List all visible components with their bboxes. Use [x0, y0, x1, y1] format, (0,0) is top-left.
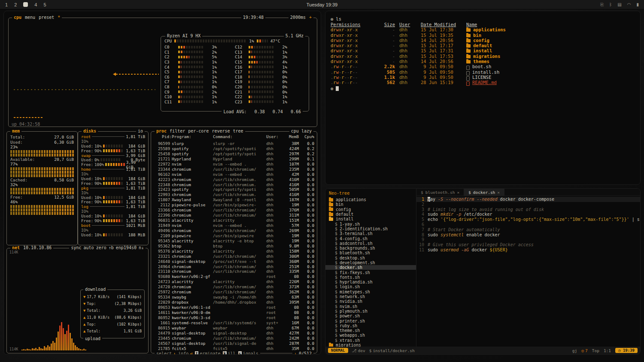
preset-button[interactable]: preset — [39, 15, 54, 20]
proc-control-tree[interactable]: tree — [233, 129, 243, 133]
proc-control-filter[interactable]: filter — [170, 129, 185, 133]
process-row[interactable]: 86952kworker/u96:3-sdroot0B0.0 — [153, 315, 315, 320]
bluetooth-icon[interactable]: ᛒ — [609, 2, 612, 7]
net-toggle-enp194s0[interactable]: enp194s0 — [116, 245, 137, 250]
process-row[interactable]: 22423spotify/opt/spotify/spotidhh505M0.0 — [153, 187, 315, 192]
process-row[interactable]: 25458spotify/opt/spotify/spotidhh297M0.2 — [153, 151, 315, 157]
process-row[interactable]: 96599slurpslurp -ordhh38M0.0 — [153, 141, 315, 146]
tray-expand-icon[interactable]: ⎘ — [600, 2, 604, 7]
net-toggle-auto[interactable]: auto — [84, 245, 94, 250]
tree-item-bin[interactable]: bin — [325, 202, 416, 207]
tree-item-theme.sh[interactable]: $theme.sh — [325, 328, 416, 333]
process-row[interactable]: 21807XwaylandXwayland :0 -rootldhh187M0.… — [153, 197, 315, 202]
proc-column-header[interactable]: Program: — [172, 134, 213, 139]
tree-item-2-identification.sh[interactable]: $2-identification.sh — [325, 226, 416, 231]
process-row[interactable]: 24479signal-desktopsignal-desktopdhh427M… — [153, 331, 315, 336]
process-row[interactable]: 21785fcitx5fcitx5dhh35M0.0 — [153, 346, 315, 351]
tab-close-icon[interactable]: × — [457, 190, 459, 195]
process-row[interactable]: 24640signal-desktop/proc/self/exe --tdhh… — [153, 259, 315, 264]
tree-item-network.sh[interactable]: $network.sh — [325, 294, 416, 299]
process-row[interactable]: 96031alacrittyalacrittydhh151M0.0 — [153, 218, 315, 223]
process-row[interactable]: 21721HyprlandHyprlanddhh299M0.1 — [153, 157, 315, 162]
workspace-4[interactable]: 4 — [34, 2, 37, 7]
tree-item-4-config.sh[interactable]: $4-config.sh — [325, 236, 416, 241]
tree-item-nvidia.sh[interactable]: $nvidia.sh — [325, 299, 416, 304]
process-row[interactable]: 24567signal-desktop/usr/lib/signal-dedhh… — [153, 341, 315, 346]
refresh-plus-button[interactable]: + — [309, 15, 312, 20]
tree-item-plymouth.sh[interactable]: $plymouth.sh — [325, 309, 416, 314]
tree-item-nvim.sh[interactable]: $nvim.sh — [325, 304, 416, 309]
tree-item-asdcontrol.sh[interactable]: $asdcontrol.sh — [325, 241, 416, 246]
tree-item-applications[interactable]: applications — [325, 197, 416, 202]
process-row[interactable]: 24723alacrittyalacrittydhh226M0.0 — [153, 279, 315, 284]
pause-toggle[interactable]: * — [58, 15, 60, 20]
io-toggle[interactable]: io — [138, 129, 143, 133]
tab-docker.sh[interactable]: $docker.sh× — [464, 189, 504, 196]
proc-key-s[interactable]: signals — [238, 351, 258, 355]
tree-item-webapps.sh[interactable]: $webapps.sh — [325, 333, 416, 338]
process-row[interactable]: 2112pipewire-pulse/usr/bin/pipewire-dhh1… — [153, 202, 315, 208]
process-row[interactable]: 24720chromium/usr/lib/chromium/dhh371M0.… — [153, 284, 315, 290]
process-row[interactable]: 1661systemd-resolve/usr/lib/systemd/ssys… — [153, 320, 315, 326]
net-toggle-n[interactable]: n↓ — [139, 245, 144, 250]
workspace-5[interactable]: 5 — [43, 2, 46, 7]
process-row[interactable]: 31949nvimnvim --embed .dhh57M0.0 — [153, 223, 315, 228]
tree-item-3-terminal.sh[interactable]: $3-terminal.sh — [325, 231, 416, 236]
tree-item-install[interactable]: install — [325, 217, 416, 221]
process-row[interactable]: 22993chromium/usr/lib/chromium.dhh416M0.… — [153, 192, 315, 197]
proc-sort-label[interactable]: cpu lazy — [291, 129, 312, 133]
process-row[interactable]: 25589spotify/opt/spotify/spotidhh424M0.2 — [153, 146, 315, 151]
process-row[interactable]: 22029dropbox/home/dhh/.dropboxdhh395M0.0 — [153, 300, 315, 305]
process-row[interactable]: 24964chromium/usr/lib/chromium/dhh251M0.… — [153, 264, 315, 269]
tree-item-mimetypes.sh[interactable]: $mimetypes.sh — [325, 290, 416, 294]
display-layout-icon[interactable]: ▤ — [617, 2, 621, 7]
tab-close-icon[interactable]: × — [497, 190, 500, 195]
process-row[interactable]: 23344chromium/usr/lib/chromium/dhh235M0.… — [153, 167, 315, 172]
tree-item-config[interactable]: config — [325, 207, 416, 212]
process-row[interactable]: 22972nvimnvim --embed .dhh107M0.0 — [153, 162, 315, 167]
process-row[interactable]: 23110chromium/usr/lib/chromium/dhh335M0.… — [153, 269, 315, 274]
proc-control-reverse[interactable]: reverse — [212, 129, 230, 133]
tree-item-ruby.sh[interactable]: $ruby.sh — [325, 323, 416, 328]
process-row[interactable]: 23366chromium/usr/lib/chromium/dhh376M0.… — [153, 208, 315, 213]
terminal-cursor[interactable] — [336, 86, 339, 91]
process-row[interactable]: 89653kworker/u96:1-sdroot0B0.0 — [153, 305, 315, 310]
tab-bluetooth.sh[interactable]: $bluetooth.sh× — [416, 189, 464, 196]
proc-key-t[interactable]: terminate — [195, 351, 220, 355]
tree-item-development.sh[interactable]: $development.sh — [325, 260, 416, 265]
editor-area[interactable]: 1yay -S --noconfirm --needed docker dock… — [416, 196, 640, 347]
process-row[interactable]: 14611kworker/u96:0-dmroot0B0.0 — [153, 310, 315, 315]
workspace-3-active[interactable] — [23, 2, 28, 7]
process-row[interactable]: 95334swaybgswaybg -i /home/dhdhh63M0.0 — [153, 295, 315, 300]
workspace-1[interactable]: 1 — [5, 2, 8, 7]
proc-column-header[interactable]: Command: — [213, 134, 266, 139]
neotree-panel[interactable]: Neo-tree applicationsbinconfigdefaultins… — [325, 189, 416, 347]
process-row[interactable]: 95362btopbtopdhh9.0M0.0 — [153, 244, 315, 249]
process-list[interactable]: 96599slurpslurp -ordhh38M0.025589spotify… — [151, 141, 317, 351]
proc-control-per-core[interactable]: per-core — [188, 129, 209, 133]
process-row[interactable]: 86915waybarwaybardhh67M0.0 — [153, 326, 315, 331]
battery-icon[interactable]: ▮ — [636, 2, 639, 7]
tree-item-1-yay.sh[interactable]: $1-yay.sh — [325, 221, 416, 226]
proc-key-↓[interactable]: select↓ — [156, 351, 176, 355]
process-row[interactable]: 23445chromium/usr/lib/chromium/dhh242M0.… — [153, 336, 315, 341]
tree-item-hyprlandia.sh[interactable]: $hyprlandia.sh — [325, 280, 416, 284]
proc-key-⏎[interactable]: info⏎ — [178, 351, 192, 355]
menu-button[interactable]: menu — [25, 15, 35, 20]
process-row[interactable]: 22396chromium/usr/lib/chromium/dhh311M0.… — [153, 213, 315, 218]
process-row[interactable]: 95376alacrittyalacrittydhh158M0.0 — [153, 249, 315, 254]
tree-item-xtras.sh[interactable]: $xtras.sh — [325, 338, 416, 343]
tree-item-fonts.sh[interactable]: $fonts.sh — [325, 275, 416, 280]
process-row[interactable]: 93680kworker/u96:2-gfroot0B0.0 — [153, 274, 315, 279]
wifi-icon[interactable]: ◠ — [627, 2, 631, 7]
proc-column-header[interactable]: Pid: — [153, 134, 172, 139]
net-toggle-zero[interactable]: zero — [96, 245, 106, 250]
process-row[interactable]: 2109pipewire/usr/bin/pipewiredhh19M0.0 — [153, 233, 315, 238]
tree-item-bluetooth.sh[interactable]: $bluetooth.sh — [325, 250, 416, 255]
workspace-2[interactable]: 2 — [14, 2, 17, 7]
tree-item-migrations[interactable]: migrations — [325, 343, 416, 347]
process-row[interactable]: 25972chromium/usr/lib/chromium/dhh362M0.… — [153, 290, 315, 295]
net-toggle-sync[interactable]: sync — [71, 245, 81, 250]
tree-item-default[interactable]: default — [325, 212, 416, 217]
process-row[interactable]: 23321chromium/usr/lib/chromium/dhh306M0.… — [153, 254, 315, 259]
